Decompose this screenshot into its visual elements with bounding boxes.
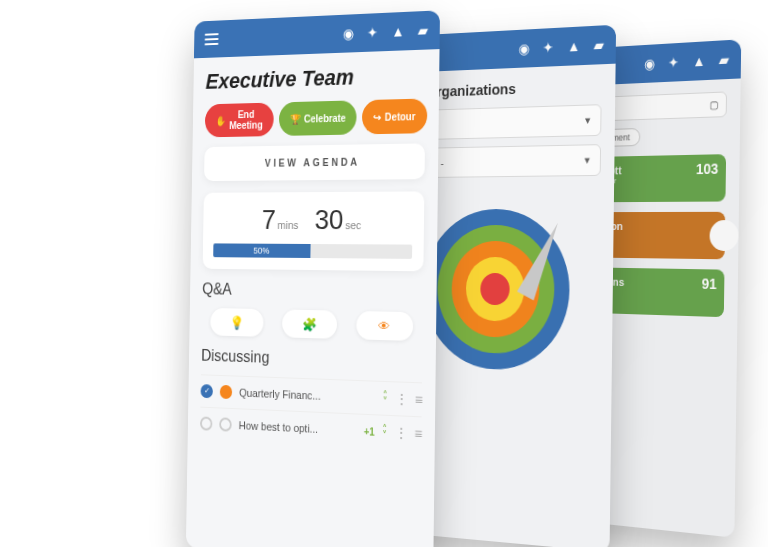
lightbulb-icon[interactable]: ◉ (644, 55, 655, 72)
chevron-up-icon[interactable]: ˄˅ (382, 392, 387, 404)
eye-icon: 👁 (378, 318, 390, 334)
more-icon[interactable]: ⋮ (395, 391, 408, 408)
status-dot-icon (219, 417, 232, 431)
progress-bar: 50% (213, 243, 412, 258)
drag-icon[interactable]: ≡ (415, 391, 422, 408)
detour-icon: ↪ (374, 111, 382, 122)
status-dot-icon (220, 385, 233, 399)
qa-puzzle-button[interactable]: 🧩 (282, 309, 337, 338)
lightbulb-icon[interactable]: ◉ (519, 40, 530, 57)
detour-button[interactable]: ↪Detour (362, 98, 427, 134)
puzzle-icon: 🧩 (302, 316, 317, 331)
celebrate-button[interactable]: 🏆Celebrate (279, 100, 358, 136)
progress-fill: 50% (213, 243, 310, 258)
page-title: Executive Team (205, 62, 425, 95)
user-icon[interactable]: ▰ (719, 51, 730, 68)
qa-title: Q&A (202, 280, 423, 302)
chevron-up-icon[interactable]: ˄˅ (382, 426, 387, 439)
qa-actions: 💡 🧩 👁 (202, 308, 423, 341)
qa-lightbulb-button[interactable]: 💡 (211, 308, 264, 337)
qa-eye-button[interactable]: 👁 (356, 311, 413, 341)
timer-secs: 30 (315, 204, 344, 235)
timer-card: 7mins 30sec 50% (203, 191, 425, 271)
user-icon[interactable]: ▰ (418, 22, 429, 39)
timer-mins: 7 (262, 204, 276, 235)
lightbulb-icon: 💡 (230, 315, 244, 330)
menu-icon[interactable] (204, 30, 218, 48)
puzzle-icon[interactable]: ✦ (668, 54, 679, 71)
calendar-icon: ▢ (709, 99, 718, 111)
bell-icon[interactable]: ▲ (391, 23, 404, 40)
bullseye-chart (422, 209, 570, 373)
view-agenda-button[interactable]: VIEW AGENDA (204, 143, 425, 181)
phone-meeting: ◉ ✦ ▲ ▰ Executive Team ✋End Meeting 🏆Cel… (186, 10, 440, 547)
discussing-title: Discussing (201, 347, 422, 372)
status-dot-icon (201, 384, 213, 398)
lightbulb-icon[interactable]: ◉ (343, 25, 354, 41)
puzzle-icon[interactable]: ✦ (367, 24, 378, 41)
more-icon[interactable]: ⋮ (394, 424, 407, 441)
drag-icon[interactable]: ≡ (414, 425, 421, 442)
stop-icon: ✋ (215, 115, 226, 126)
bell-icon[interactable]: ▲ (692, 53, 705, 70)
user-icon[interactable]: ▰ (594, 37, 605, 54)
plus-badge: +1 (364, 426, 375, 438)
trophy-icon: 🏆 (289, 113, 300, 124)
status-dot-icon (200, 416, 212, 430)
end-meeting-button[interactable]: ✋End Meeting (205, 103, 274, 138)
action-pills: ✋End Meeting 🏆Celebrate ↪Detour (205, 98, 426, 137)
bell-icon[interactable]: ▲ (567, 38, 580, 55)
chevron-down-icon: ▾ (584, 154, 590, 167)
puzzle-icon[interactable]: ✦ (543, 39, 554, 56)
chevron-down-icon: ▾ (585, 114, 591, 127)
